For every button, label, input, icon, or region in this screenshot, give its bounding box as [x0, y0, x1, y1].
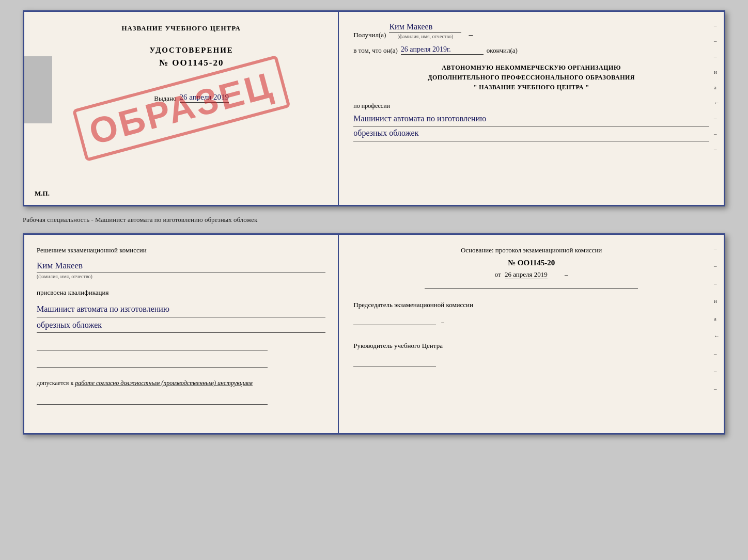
received-label: Получил(а)	[353, 31, 386, 39]
basis-label: Основание: протокол экзаменационной коми…	[353, 245, 709, 255]
name-subtext: (фамилия, имя, отчество)	[389, 34, 461, 39]
bottom-left-panel: Решением экзаменационной комиссии Ким Ма…	[24, 235, 339, 433]
qualification-group: Машинист автомата по изготовлению обрезн…	[37, 302, 325, 333]
qualification-label: присвоена квалификация	[37, 287, 325, 298]
director-block: Руководитель учебного Центра	[353, 341, 709, 366]
completed-label: окончил(а)	[487, 46, 518, 55]
bottom-name-group: Ким Макеев (фамилия, имя, отчество)	[37, 261, 325, 279]
protocol-date-row: от 26 апреля 2019 –	[353, 270, 709, 279]
document-container: НАЗВАНИЕ УЧЕБНОГО ЦЕНТРА УДОСТОВЕРЕНИЕ №…	[23, 10, 725, 435]
separator-label: Рабочая специальность - Машинист автомат…	[23, 214, 725, 226]
org-line3: " НАЗВАНИЕ УЧЕБНОГО ЦЕНТРА "	[353, 83, 709, 92]
director-signature-line	[353, 356, 436, 366]
bottom-name: Ким Макеев	[37, 261, 325, 271]
top-left-panel: НАЗВАНИЕ УЧЕБНОГО ЦЕНТРА УДОСТОВЕРЕНИЕ №…	[24, 12, 339, 205]
cert-type: УДОСТОВЕРЕНИЕ	[149, 46, 233, 55]
protocol-number: № OO1145-20	[353, 259, 709, 267]
right-side-marks: – – – и а ← – – –	[714, 22, 720, 152]
divider-1	[425, 288, 638, 289]
protocol-date: 26 апреля 2019	[505, 270, 548, 279]
chairman-label: Председатель экзаменационной комиссии	[353, 300, 709, 310]
top-right-panel: Получил(а) Ким Макеев (фамилия, имя, отч…	[339, 12, 724, 205]
completion-date: 26 апреля 2019г.	[401, 45, 484, 55]
допуск-value: работе согласно должностным (производств…	[75, 379, 253, 387]
protokol-block: Основание: протокол экзаменационной коми…	[353, 245, 709, 279]
bottom-certificate-card: Решением экзаменационной комиссии Ким Ма…	[23, 233, 725, 435]
protocol-date-prefix: от	[495, 270, 501, 278]
bottom-name-subtext: (фамилия, имя, отчество)	[37, 272, 325, 279]
profession-label: по профессии	[353, 102, 709, 110]
director-label: Руководитель учебного Центра	[353, 341, 709, 351]
top-certificate-card: НАЗВАНИЕ УЧЕБНОГО ЦЕНТРА УДОСТОВЕРЕНИЕ №…	[23, 10, 725, 206]
profession-block: по профессии Машинист автомата по изгото…	[353, 102, 709, 141]
profession-line2: обрезных обложек	[353, 126, 709, 141]
issued-date: 26 апреля 2019	[180, 93, 229, 103]
org-block: АВТОНОМНУЮ НЕКОММЕРЧЕСКУЮ ОРГАНИЗАЦИЮ ДО…	[353, 63, 709, 93]
qualification-line2: обрезных обложек	[37, 318, 325, 333]
org-line1: АВТОНОМНУЮ НЕКОММЕРЧЕСКУЮ ОРГАНИЗАЦИЮ	[353, 63, 709, 73]
bottom-right-panel: Основание: протокол экзаменационной коми…	[339, 235, 724, 433]
institution-name-top: НАЗВАНИЕ УЧЕБНОГО ЦЕНТРА	[121, 24, 241, 33]
blank-line-2	[37, 359, 268, 368]
mp-label: М.П.	[35, 189, 50, 198]
cert-number: № OO1145-20	[159, 58, 224, 68]
blank-line-3	[37, 395, 268, 405]
in-that-label: в том, что он(а)	[353, 46, 398, 55]
photo-placeholder	[24, 56, 52, 123]
org-line2: ДОПОЛНИТЕЛЬНОГО ПРОФЕССИОНАЛЬНОГО ОБРАЗО…	[353, 73, 709, 83]
chairman-block: Председатель экзаменационной комиссии –	[353, 300, 709, 326]
chairman-signature-line	[353, 315, 436, 325]
profession-line1: Машинист автомата по изготовлению	[353, 112, 709, 127]
received-row: Получил(а) Ким Макеев (фамилия, имя, отч…	[353, 22, 709, 39]
decision-label: Решением экзаменационной комиссии	[37, 245, 325, 255]
issued-label: Выдано	[154, 94, 176, 103]
cert-block: УДОСТОВЕРЕНИЕ № OO1145-20 Выдано 26 апре…	[37, 46, 325, 123]
допуск-label: допускается к	[37, 379, 73, 387]
blank-line-1	[37, 341, 268, 350]
допуск-block: допускается к работе согласно должностны…	[37, 379, 325, 387]
recipient-name: Ким Макеев	[389, 22, 461, 33]
bottom-right-marks: – – – и а ← – – –	[714, 245, 720, 392]
qualification-line1: Машинист автомата по изготовлению	[37, 302, 325, 317]
completion-row: в том, что он(а) 26 апреля 2019г. окончи…	[353, 45, 709, 55]
cert-details: УДОСТОВЕРЕНИЕ № OO1145-20 Выдано 26 апре…	[57, 46, 325, 103]
recipient-group: Ким Макеев (фамилия, имя, отчество)	[389, 22, 461, 39]
